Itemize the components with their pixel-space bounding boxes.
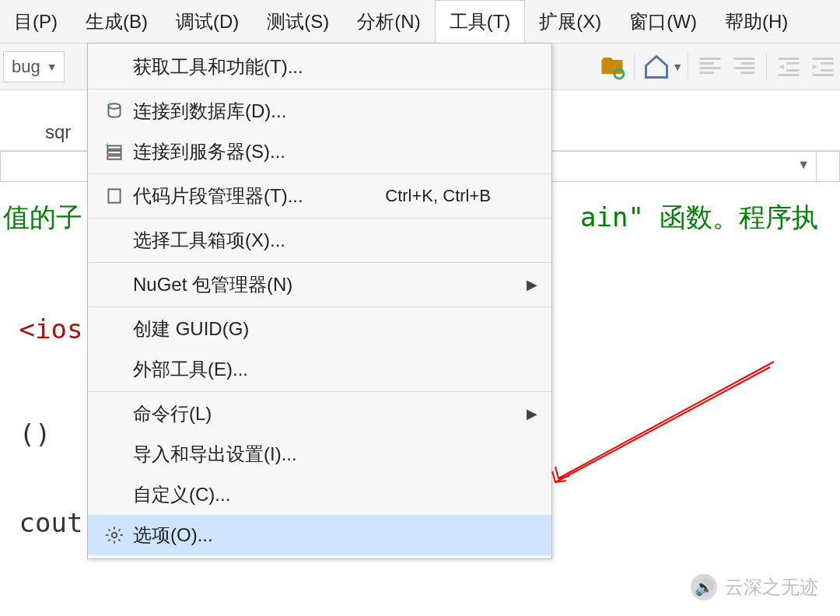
svg-rect-5 <box>107 156 121 159</box>
separator <box>766 53 767 81</box>
svg-text:+: + <box>107 101 111 109</box>
svg-rect-7 <box>108 189 120 202</box>
menu-window[interactable]: 窗口(W) <box>615 0 711 44</box>
menu-separator <box>88 391 551 392</box>
wechat-icon: 🔊 <box>691 574 717 600</box>
code-comment-right: ain" 函数。程序执 <box>580 201 818 233</box>
menu-separator <box>88 218 551 219</box>
folder-search-icon[interactable] <box>598 53 626 81</box>
menu-label: 创建 GUID(G) <box>133 317 537 341</box>
menu-item-import-export[interactable]: 导入和导出设置(I)... <box>88 434 551 474</box>
code-paren: () <box>19 418 51 450</box>
outdent-icon <box>775 53 803 81</box>
menu-tools[interactable]: 工具(T) <box>435 0 526 44</box>
menu-label: 连接到数据库(D)... <box>133 99 537 124</box>
database-add-icon: + <box>96 101 133 121</box>
menu-shortcut: Ctrl+K, Ctrl+B <box>385 186 491 206</box>
menu-extensions[interactable]: 扩展(X) <box>525 0 615 44</box>
menu-label: 连接到服务器(S)... <box>133 139 537 164</box>
home-icon[interactable] <box>642 53 670 81</box>
menu-label: 选择工具箱项(X)... <box>133 228 537 253</box>
watermark: 🔊 云深之无迹 <box>691 574 818 600</box>
snippet-icon <box>96 186 133 206</box>
chevron-right-icon: ▶ <box>527 405 537 422</box>
menu-debug[interactable]: 调试(D) <box>162 0 253 44</box>
chevron-down-icon: ▼ <box>47 61 58 73</box>
menu-item-commandline[interactable]: 命令行(L) ▶ <box>88 394 551 434</box>
menu-label: 选项(O)... <box>133 523 537 548</box>
chevron-down-icon[interactable]: ▼ <box>672 61 683 73</box>
gear-icon <box>96 525 133 545</box>
server-add-icon: + <box>96 142 133 162</box>
menu-separator <box>88 262 551 263</box>
menu-label: 命令行(L) <box>133 401 527 426</box>
menu-item-customize[interactable]: 自定义(C)... <box>88 474 551 515</box>
menu-item-create-guid[interactable]: 创建 GUID(G) <box>88 309 551 349</box>
menu-label: 代码片段管理器(T)... <box>133 184 385 208</box>
menu-item-snippet-manager[interactable]: 代码片段管理器(T)... Ctrl+K, Ctrl+B <box>88 176 551 216</box>
indent-right-icon <box>730 53 758 81</box>
menu-test[interactable]: 测试(S) <box>253 0 343 44</box>
menu-separator <box>88 89 551 89</box>
menu-label: NuGet 包管理器(N) <box>133 272 527 297</box>
menu-item-nuget[interactable]: NuGet 包管理器(N) ▶ <box>88 264 551 305</box>
watermark-text: 云深之无迹 <box>725 575 818 600</box>
menu-item-options[interactable]: 选项(O)... <box>88 515 551 555</box>
menu-build[interactable]: 生成(B) <box>72 0 162 44</box>
config-text: bug <box>12 57 40 77</box>
menu-label: 导入和导出设置(I)... <box>133 442 537 467</box>
svg-rect-4 <box>107 151 121 154</box>
code-cout: cout <box>3 507 82 538</box>
config-combo[interactable]: bug ▼ <box>3 51 65 82</box>
menu-separator <box>88 306 551 307</box>
svg-point-8 <box>112 533 117 538</box>
menu-analyze[interactable]: 分析(N) <box>343 0 434 44</box>
chevron-down-icon: ▼ <box>797 158 810 172</box>
indent-left-icon <box>696 53 724 81</box>
menu-item-external-tools[interactable]: 外部工具(E)... <box>88 349 551 390</box>
menu-item-choose-toolbox[interactable]: 选择工具箱项(X)... <box>88 220 551 261</box>
menu-label: 自定义(C)... <box>133 482 537 507</box>
menubar: 目(P) 生成(B) 调试(D) 测试(S) 分析(N) 工具(T) 扩展(X)… <box>0 0 840 44</box>
separator <box>634 53 635 81</box>
separator <box>688 53 688 81</box>
tools-dropdown-menu: 获取工具和功能(T)... + 连接到数据库(D)... + 连接到服务器(S)… <box>87 43 552 559</box>
menu-item-connect-server[interactable]: + 连接到服务器(S)... <box>88 131 551 172</box>
code-comment-left: 值的子 <box>3 201 82 233</box>
indent-icon <box>809 53 837 81</box>
menu-separator <box>88 173 551 174</box>
menu-help[interactable]: 帮助(H) <box>711 0 802 44</box>
menu-label: 外部工具(E)... <box>133 357 537 382</box>
menu-item-get-tools[interactable]: 获取工具和功能(T)... <box>88 47 551 87</box>
svg-text:+: + <box>105 142 110 149</box>
code-include: <ios <box>19 313 82 345</box>
split-dropdown[interactable] <box>817 151 840 182</box>
chevron-right-icon: ▶ <box>527 276 537 293</box>
menu-label: 获取工具和功能(T)... <box>133 54 537 79</box>
menu-project[interactable]: 目(P) <box>0 0 72 44</box>
menu-item-connect-db[interactable]: + 连接到数据库(D)... <box>88 91 551 131</box>
file-tab[interactable]: sqr <box>45 121 71 143</box>
